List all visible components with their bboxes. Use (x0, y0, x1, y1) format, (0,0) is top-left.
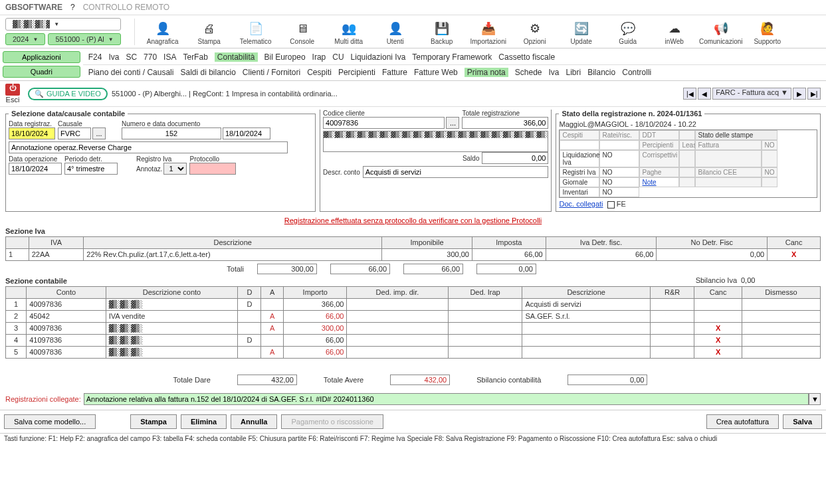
canc-button[interactable]: X (694, 346, 742, 358)
ribbon-utenti[interactable]: 👤Utenti (373, 21, 418, 45)
conto-cell[interactable]: 40097836 (27, 322, 106, 334)
ribbon-supporto[interactable]: 🙋Supporto (745, 21, 790, 45)
cont-table: ContoDescrizione contoDAImportoDed. imp.… (5, 286, 821, 359)
company-selector[interactable]: 551000 - (P) Al▼ (48, 33, 120, 45)
tab-irap[interactable]: Irap (312, 52, 326, 62)
data-registraz-input[interactable] (9, 127, 55, 139)
ribbon-telematico[interactable]: 📄Telematico (233, 21, 278, 45)
tab-iva[interactable]: Iva (108, 52, 119, 62)
annotaz-select[interactable]: 1 (163, 163, 187, 175)
data-doc-input[interactable] (223, 127, 270, 139)
help-menu[interactable]: ? (70, 3, 75, 12)
canc-button[interactable]: X (694, 334, 742, 346)
guida-video-button[interactable]: 🔍GUIDA E VIDEO (28, 88, 108, 100)
tab-f24[interactable]: F24 (88, 52, 102, 62)
canc-button[interactable]: X (694, 322, 742, 334)
tab-iva[interactable]: Iva (548, 68, 559, 77)
doc-collegati-link[interactable]: Doc. collegati (559, 200, 603, 208)
year-selector[interactable]: 2024▼ (5, 33, 45, 45)
tab-bilancio[interactable]: Bilancio (587, 68, 615, 77)
crea-autofattura-button[interactable]: Crea autofattura (706, 414, 779, 429)
data-op-input[interactable] (9, 163, 62, 175)
numero-doc-input[interactable] (122, 127, 221, 139)
tab-libri[interactable]: Libri (566, 68, 581, 77)
causale-input[interactable] (58, 127, 91, 139)
ribbon-update[interactable]: 🔄Update (559, 21, 604, 45)
totale-avere: 432,00 (390, 375, 450, 385)
salva-modello-button[interactable]: Salva come modello... (4, 414, 96, 429)
codice-cliente-input[interactable] (323, 117, 445, 129)
ribbon-anagrafica[interactable]: 👤Anagrafica (140, 21, 185, 45)
note-link[interactable]: Note (639, 177, 679, 187)
tab-controlli[interactable]: Controlli (622, 68, 651, 77)
quadri-button[interactable]: Quadri (3, 66, 80, 78)
totale-reg-input[interactable] (462, 117, 548, 129)
tab-bil-europeo[interactable]: Bil Europeo (264, 52, 306, 62)
stampa-button[interactable]: Stampa (130, 414, 177, 429)
utenti-icon: 👤 (387, 21, 403, 37)
tabrow: Applicazioni Quadri F24IvaSC770ISATerFab… (0, 48, 826, 81)
cliente-lookup-button[interactable]: ... (446, 117, 459, 129)
remote-menu[interactable]: CONTROLLO REMOTO (83, 3, 169, 12)
conto-cell[interactable]: 41097836 (27, 334, 106, 346)
ribbon-multi ditta[interactable]: 👥Multi ditta (326, 21, 371, 45)
tab-sc[interactable]: SC (126, 52, 137, 62)
nav-type-selector[interactable]: FARC - Fattura acq ▼ (712, 88, 791, 100)
ribbon-backup[interactable]: 💾Backup (419, 21, 465, 45)
iva-cell: 1 (6, 248, 29, 260)
ribbon-importazioni[interactable]: 📥Importazioni (466, 21, 511, 45)
tab-fatture-web[interactable]: Fatture Web (414, 68, 458, 77)
reg-collegate-dropdown[interactable]: ▼ (809, 393, 821, 405)
reg-collegate-select[interactable] (84, 393, 809, 405)
tab-fatture[interactable]: Fatture (382, 68, 407, 77)
nav-last-button[interactable]: ▶| (807, 88, 821, 100)
dossier-selector[interactable]: ▓▒░▓▒░▓▒░▓▼ (5, 18, 121, 31)
periodo-detr-input[interactable] (64, 163, 118, 175)
annotazione-input[interactable] (9, 141, 288, 153)
tab-piano-dei-conti-causali[interactable]: Piano dei conti / Causali (88, 68, 174, 77)
backup-icon: 💾 (434, 21, 450, 37)
menubar: GBSOFTWARE ? CONTROLLO REMOTO (0, 0, 826, 15)
tab-liquidazioni-iva[interactable]: Liquidazioni Iva (351, 52, 406, 62)
ribbon-comunicazioni[interactable]: 📢Comunicazioni (698, 21, 744, 45)
tab-schede[interactable]: Schede (515, 68, 542, 77)
ribbon-inweb[interactable]: ☁inWeb (652, 21, 697, 45)
footer-toolbar: Salva come modello... Stampa Elimina Ann… (0, 410, 826, 433)
conto-cell[interactable]: 45042 (27, 310, 106, 322)
protocollo-warning[interactable]: Registrazione effettuata senza protocoll… (284, 216, 542, 224)
exit-icon[interactable]: ⏻ (5, 84, 20, 96)
tab-saldi-di-bilancio[interactable]: Saldi di bilancio (180, 68, 235, 77)
elimina-button[interactable]: Elimina (181, 414, 227, 429)
tab-clienti-fornitori[interactable]: Clienti / Fornitori (243, 68, 300, 77)
annulla-button[interactable]: Annulla (231, 414, 277, 429)
protocollo-input[interactable] (189, 163, 236, 175)
nav-prev-button[interactable]: ◀ (698, 88, 711, 100)
conto-cell[interactable]: 40097836 (27, 298, 106, 310)
ribbon-guida[interactable]: 💬Guida (605, 21, 651, 45)
tab-temporary-framework[interactable]: Temporary Framework (412, 52, 492, 62)
tab-cu[interactable]: CU (332, 52, 344, 62)
user-info: MaggioL@MAGGIOL - 18/10/2024 - 10.22 (559, 120, 817, 128)
ribbon-console[interactable]: 🖥Console (280, 21, 325, 45)
tab-cespiti[interactable]: Cespiti (307, 68, 332, 77)
ribbon-opzioni[interactable]: ⚙Opzioni (512, 21, 558, 45)
tab-cassetto-fiscale[interactable]: Cassetto fiscale (498, 52, 555, 62)
tab-prima-nota[interactable]: Prima nota (465, 68, 508, 77)
iva-cell[interactable]: X (768, 248, 821, 260)
applicazioni-button[interactable]: Applicazioni (3, 51, 80, 63)
descr-conto-input[interactable] (363, 166, 549, 178)
tab-isa[interactable]: ISA (163, 52, 176, 62)
salva-button[interactable]: Salva (783, 414, 822, 429)
conto-cell[interactable]: 40097836 (27, 346, 106, 358)
multi ditta-icon: 👥 (341, 21, 357, 37)
chevron-down-icon: ▼ (54, 21, 59, 27)
nav-next-button[interactable]: ▶ (793, 88, 806, 100)
tab-contabilit-[interactable]: Contabilità (215, 52, 258, 62)
ribbon-stampa[interactable]: 🖨Stampa (187, 21, 232, 45)
causale-lookup-button[interactable]: ... (92, 127, 106, 139)
fe-checkbox[interactable] (607, 201, 615, 209)
nav-first-button[interactable]: |◀ (683, 88, 696, 100)
tab-terfab[interactable]: TerFab (183, 52, 207, 62)
tab-percipienti[interactable]: Percipienti (338, 68, 375, 77)
tab-770[interactable]: 770 (144, 52, 157, 62)
